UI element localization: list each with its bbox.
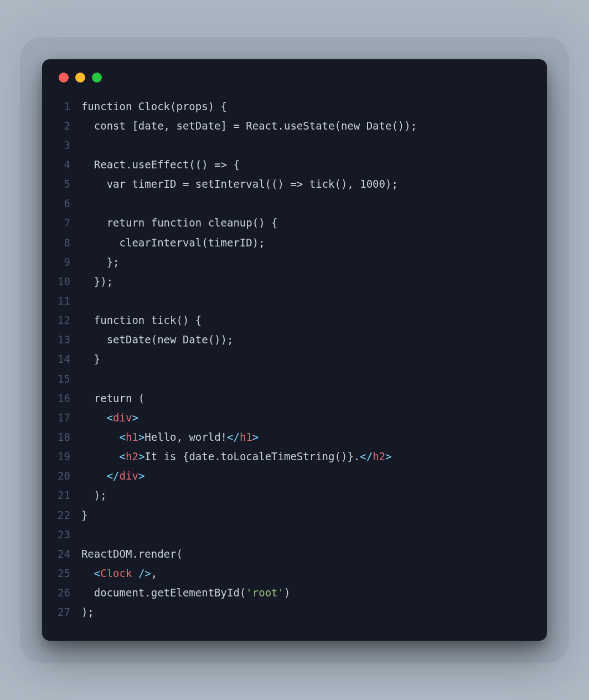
line-number: 8 bbox=[58, 233, 70, 253]
token-default: } bbox=[81, 353, 100, 365]
code-line: } bbox=[81, 506, 417, 525]
code-line: React.useEffect(() => { bbox=[81, 155, 417, 174]
code-line bbox=[81, 194, 417, 213]
token-default bbox=[81, 450, 120, 462]
token-bracket: > bbox=[132, 411, 138, 424]
token-tag: div bbox=[113, 411, 132, 424]
token-default: Hello, world! bbox=[144, 431, 227, 443]
line-number-gutter: 1234567891011121314151617181920212223242… bbox=[58, 97, 81, 622]
token-bracket: > bbox=[385, 450, 391, 462]
code-line: <Clock />, bbox=[81, 564, 417, 583]
token-bracket: < bbox=[120, 431, 126, 443]
token-default: function tick() { bbox=[81, 314, 202, 326]
code-editor: 1234567891011121314151617181920212223242… bbox=[58, 97, 531, 622]
line-number: 10 bbox=[58, 272, 70, 291]
token-bracket: < bbox=[94, 567, 100, 579]
maximize-icon[interactable] bbox=[92, 73, 102, 83]
close-icon[interactable] bbox=[59, 73, 69, 83]
code-line: return ( bbox=[81, 389, 417, 408]
token-default: return ( bbox=[81, 392, 144, 404]
code-line: ); bbox=[81, 486, 417, 505]
token-default: return function cleanup() { bbox=[81, 217, 278, 229]
code-line: }; bbox=[81, 253, 417, 272]
line-number: 24 bbox=[58, 544, 70, 564]
token-tag: h1 bbox=[240, 431, 252, 443]
code-line: function Clock(props) { bbox=[81, 97, 417, 116]
window-controls bbox=[58, 73, 531, 83]
token-default: ); bbox=[81, 606, 94, 618]
token-default bbox=[132, 567, 138, 579]
token-default: } bbox=[81, 509, 87, 521]
line-number: 2 bbox=[58, 116, 70, 136]
token-default: It is {date.toLocaleTimeString()}. bbox=[144, 450, 360, 462]
token-bracket: </ bbox=[107, 470, 120, 482]
token-tag: div bbox=[120, 470, 138, 482]
token-default: ReactDOM.render( bbox=[81, 548, 183, 560]
code-line: function tick() { bbox=[81, 311, 417, 330]
code-line: } bbox=[81, 349, 417, 369]
token-bracket: </ bbox=[360, 450, 373, 462]
code-line: document.getElementById('root') bbox=[81, 583, 417, 603]
code-line: var timerID = setInterval(() => tick(), … bbox=[81, 174, 417, 194]
line-number: 12 bbox=[58, 311, 70, 330]
token-bracket: > bbox=[252, 431, 259, 443]
code-line: }); bbox=[81, 272, 417, 291]
token-tag: Clock bbox=[100, 567, 132, 579]
token-bracket: </ bbox=[227, 431, 240, 443]
line-number: 6 bbox=[58, 194, 70, 213]
line-number: 19 bbox=[58, 447, 70, 466]
token-default bbox=[81, 567, 94, 579]
code-line bbox=[81, 136, 417, 155]
line-number: 5 bbox=[58, 174, 70, 194]
token-default bbox=[81, 470, 107, 482]
token-default: const [date, setDate] = React.useState(n… bbox=[81, 120, 417, 132]
line-number: 20 bbox=[58, 466, 70, 486]
code-line bbox=[81, 525, 417, 544]
line-number: 9 bbox=[58, 253, 70, 272]
line-number: 27 bbox=[58, 603, 70, 622]
line-number: 7 bbox=[58, 213, 70, 233]
line-number: 26 bbox=[58, 583, 70, 603]
token-bracket: < bbox=[107, 411, 113, 424]
code-window: 1234567891011121314151617181920212223242… bbox=[42, 59, 547, 641]
code-line: ); bbox=[81, 603, 417, 622]
token-default: var timerID = setInterval(() => tick(), … bbox=[81, 178, 398, 190]
code-line: const [date, setDate] = React.useState(n… bbox=[81, 116, 417, 136]
code-line: <h2>It is {date.toLocaleTimeString()}.</… bbox=[81, 447, 417, 466]
line-number: 16 bbox=[58, 389, 70, 408]
token-tag: h2 bbox=[373, 450, 385, 462]
token-bracket: > bbox=[138, 431, 144, 443]
line-number: 13 bbox=[58, 330, 70, 349]
minimize-icon[interactable] bbox=[75, 73, 85, 83]
token-bracket: > bbox=[138, 450, 144, 462]
token-default bbox=[81, 431, 120, 443]
code-content[interactable]: function Clock(props) { const [date, set… bbox=[81, 97, 417, 622]
line-number: 21 bbox=[58, 486, 70, 505]
token-string: 'root' bbox=[246, 586, 284, 599]
line-number: 15 bbox=[58, 369, 70, 389]
line-number: 25 bbox=[58, 564, 70, 583]
line-number: 11 bbox=[58, 291, 70, 311]
line-number: 4 bbox=[58, 155, 70, 174]
token-default bbox=[81, 411, 107, 424]
token-bracket: > bbox=[138, 470, 144, 482]
token-default: , bbox=[151, 567, 157, 579]
line-number: 18 bbox=[58, 428, 70, 447]
token-default: ); bbox=[81, 489, 107, 501]
code-line: </div> bbox=[81, 466, 417, 486]
token-default: document.getElementById( bbox=[81, 586, 246, 599]
token-default: function Clock(props) { bbox=[81, 100, 227, 112]
line-number: 1 bbox=[58, 97, 70, 116]
token-tag: h1 bbox=[126, 431, 138, 443]
token-tag: h2 bbox=[126, 450, 138, 462]
token-default: React.useEffect(() => { bbox=[81, 158, 240, 171]
code-line bbox=[81, 291, 417, 311]
code-line: <div> bbox=[81, 408, 417, 428]
line-number: 3 bbox=[58, 136, 70, 155]
line-number: 14 bbox=[58, 349, 70, 369]
code-line bbox=[81, 369, 417, 389]
token-default: ) bbox=[284, 586, 290, 599]
code-line: <h1>Hello, world!</h1> bbox=[81, 428, 417, 447]
line-number: 23 bbox=[58, 525, 70, 544]
token-bracket: /> bbox=[138, 567, 151, 579]
